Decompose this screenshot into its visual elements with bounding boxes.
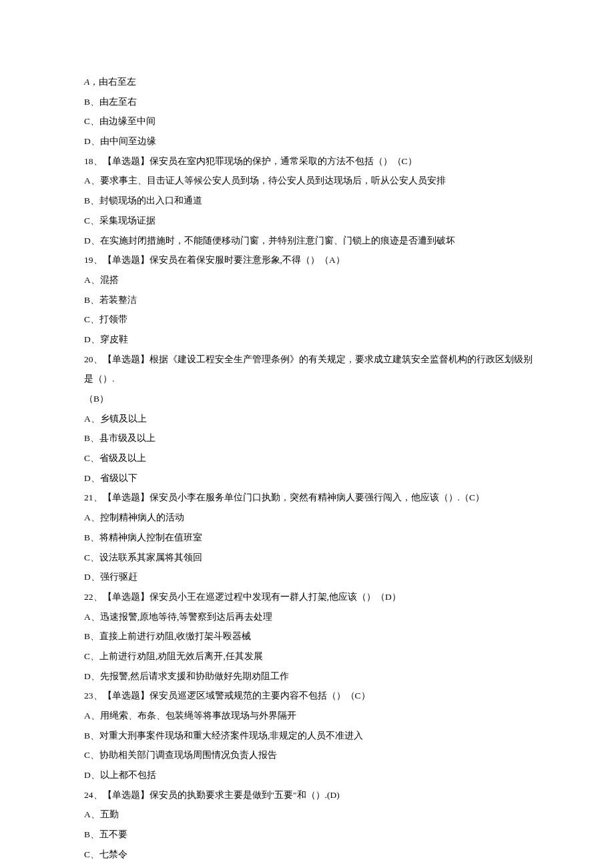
text-line: B、县市级及以上 <box>84 428 538 448</box>
text-line: 20、【单选题】根据《建设工程安全生产管理条例》的有关规定，要求成立建筑安全监督… <box>84 350 538 389</box>
text-line: C、设法联系其家属将其领回 <box>84 548 538 568</box>
text-line: D、穿皮鞋 <box>84 330 538 350</box>
text-line: D、以上都不包括 <box>84 765 538 785</box>
text-line: 18、【单选题】保安员在室内犯罪现场的保护，通常采取的方法不包括（）（C） <box>84 151 538 171</box>
text-line: A、乡镇及以上 <box>84 409 538 429</box>
text-line: A、要求事主、目击证人等候公安人员到场，待公安人员到达现场后，听从公安人员安排 <box>84 171 538 191</box>
text-line: 22、【单选题】保安员小王在巡逻过程中发现有一群人打架,他应该（）（D） <box>84 587 538 607</box>
text-line: A、用绳索、布条、包装绳等将事故现场与外界隔开 <box>84 706 538 726</box>
text-line: A、迅速报警,原地等待,等警察到达后再去处理 <box>84 607 538 627</box>
text-line: D、省级以下 <box>84 468 538 488</box>
text-line: 24、【单选题】保安员的执勤要求主要是做到"五要"和（）.(D) <box>84 785 538 805</box>
text-line: D、先报警,然后请求支援和协助做好先期劝阻工作 <box>84 667 538 687</box>
text-line: C、打领带 <box>84 310 538 330</box>
text-line: B、对重大刑事案件现场和重大经济案件现场,非规定的人员不准进入 <box>84 726 538 746</box>
text-line: （B） <box>84 389 538 409</box>
text-line: D、在实施封闭措施时，不能随便移动门窗，并特别注意门窗、门锁上的痕迹是否遭到破坏 <box>84 231 538 251</box>
text-line: B、由左至右 <box>84 92 538 112</box>
text-line: 19、【单选题】保安员在着保安服时要注意形象,不得（）（A） <box>84 250 538 270</box>
text-line: C、采集现场证据 <box>84 211 538 231</box>
text-line: B、五不要 <box>84 825 538 845</box>
text-line: 21、【单选题】保安员小李在服务单位门口执勤，突然有精神病人要强行闯入，他应该（… <box>84 488 538 508</box>
text-line: C、七禁令 <box>84 845 538 865</box>
text-line: B、直接上前进行劝阻,收缴打架斗殴器械 <box>84 626 538 646</box>
text-line: D、由中间至边缘 <box>84 131 538 151</box>
text-line: C、协助相关部门调查现场周围情况负责人报告 <box>84 745 538 765</box>
text-line: D、强行驱赶 <box>84 567 538 587</box>
text-line: B、封锁现场的出入口和通道 <box>84 191 538 211</box>
text-line: A，由右至左 <box>84 72 538 92</box>
text-line: C、省级及以上 <box>84 448 538 468</box>
text-line: C、由边缘至中间 <box>84 111 538 131</box>
text-line: A、控制精神病人的活动 <box>84 508 538 528</box>
document-body: A，由右至左B、由左至右C、由边缘至中间D、由中间至边缘18、【单选题】保安员在… <box>84 72 538 868</box>
text-line: A、五勤 <box>84 805 538 825</box>
text-line: 23、【单选题】保安员巡逻区域警戒规范的主要内容不包括（）（C） <box>84 686 538 706</box>
text-line: B、若装整洁 <box>84 290 538 310</box>
text-line: B、将精神病人控制在值班室 <box>84 528 538 548</box>
text-line: C、上前进行劝阻,劝阻无效后离开,任其发展 <box>84 646 538 667</box>
text-line: D、文明用语 <box>84 865 538 869</box>
text-line: A、混搭 <box>84 270 538 290</box>
